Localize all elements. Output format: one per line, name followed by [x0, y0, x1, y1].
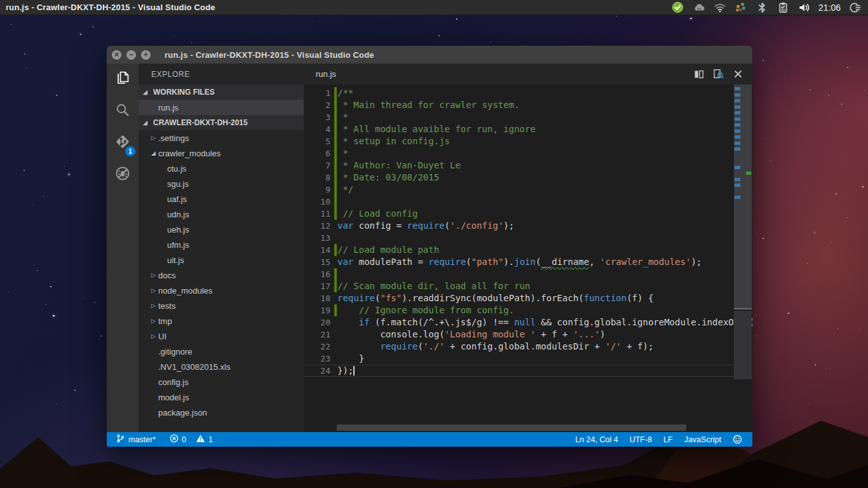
code-line-22[interactable]: 22 require('./' + config.global.modulesD… — [304, 341, 752, 353]
code-text: // Load module path — [337, 244, 439, 256]
code-line-3[interactable]: 3 * — [304, 111, 752, 123]
bluetooth-icon[interactable] — [756, 1, 768, 14]
overview-ruler[interactable] — [734, 85, 752, 381]
volume-icon[interactable] — [797, 1, 810, 14]
code-line-14[interactable]: 14// Load module path — [304, 244, 752, 256]
activity-search[interactable] — [107, 95, 139, 127]
file-label: UI — [158, 332, 166, 341]
line-number: 12 — [304, 220, 330, 232]
twistie-collapsed-icon[interactable]: ▷ — [151, 318, 158, 324]
code-line-10[interactable]: 10 — [304, 196, 752, 208]
status-bar: master* 0 1 Ln 24, Col 4 UTF-8 — [107, 432, 752, 447]
code-line-2[interactable]: 2 * Main thread for crawler system. — [304, 99, 752, 111]
sidebar-item-uaf-js[interactable]: uaf.js — [139, 191, 304, 207]
sidebar-item-udn-js[interactable]: udn.js — [139, 207, 304, 222]
twistie-collapsed-icon[interactable]: ▷ — [151, 135, 158, 141]
code-line-20[interactable]: 20 if (f.match(/^.+\.js$/g) !== null && … — [304, 316, 752, 329]
git-added-gutter-bar — [334, 244, 337, 256]
skype-presence-icon[interactable] — [672, 1, 684, 14]
sidebar-item-ctu-js[interactable]: ctu.js — [139, 161, 304, 176]
twistie-collapsed-icon[interactable]: ▷ — [151, 272, 158, 278]
git-added-gutter-bar — [334, 196, 337, 208]
code-line-19[interactable]: 19 // Ignore module from config. — [304, 304, 752, 316]
twistie-collapsed-icon[interactable]: ▷ — [151, 287, 158, 294]
sidebar-item-uit-js[interactable]: uit.js — [139, 252, 304, 268]
line-number: 18 — [304, 292, 330, 304]
cloud-sync-icon[interactable] — [693, 1, 705, 14]
editor-actions — [693, 69, 752, 79]
problems-status[interactable]: 0 1 — [170, 434, 213, 445]
code-line-1[interactable]: 1/** — [304, 87, 752, 99]
ruler-change-mark — [735, 123, 740, 126]
file-label: docs — [158, 271, 175, 280]
network-places-icon[interactable] — [735, 1, 747, 14]
sidebar-item-nv1-03082015-xls[interactable]: .NV1_03082015.xls — [139, 359, 304, 374]
preview-icon[interactable] — [713, 69, 724, 79]
sidebar-item-config-js[interactable]: config.js — [139, 374, 304, 390]
code-line-17[interactable]: 17// Scan module dir, load all for run — [304, 280, 752, 292]
sidebar-item-tests[interactable]: ▷tests — [139, 298, 304, 313]
code-line-12[interactable]: 12var config = require('./config'); — [304, 220, 752, 232]
twistie-expanded-icon[interactable]: ◢ — [151, 150, 158, 156]
code-line-11[interactable]: 11 // Load config — [304, 208, 752, 220]
sidebar-item-tmp[interactable]: ▷tmp — [139, 313, 304, 329]
twistie-collapsed-icon[interactable]: ▷ — [151, 302, 158, 309]
code-line-16[interactable]: 16 — [304, 268, 752, 280]
language-mode[interactable]: JavaScript — [684, 435, 721, 444]
split-editor-icon[interactable] — [693, 69, 704, 79]
sidebar-item-model-js[interactable]: model.js — [139, 390, 304, 405]
cursor-position[interactable]: Ln 24, Col 4 — [575, 435, 618, 444]
code-line-21[interactable]: 21 console.log('Loading module ' + f + '… — [304, 329, 752, 341]
code-editor[interactable]: 1/**2 * Main thread for crawler system.3… — [304, 85, 752, 432]
activity-explorer[interactable] — [107, 64, 139, 95]
activity-git[interactable]: 1 — [107, 127, 139, 159]
session-power-icon[interactable] — [849, 1, 862, 14]
twistie-collapsed-icon[interactable]: ▷ — [151, 333, 158, 339]
sidebar-item-gitignore[interactable]: .gitignore — [139, 344, 304, 359]
ruler-change-mark — [735, 87, 740, 90]
code-line-23[interactable]: 23 } — [304, 353, 752, 365]
clipboard-updates-icon[interactable] — [776, 1, 789, 14]
code-line-15[interactable]: 15var modulePath = require("path").join(… — [304, 256, 752, 268]
window-maximize-button[interactable]: + — [141, 50, 151, 60]
close-icon[interactable] — [733, 69, 743, 79]
code-line-8[interactable]: 8 * Date: 03/08/2015 — [304, 172, 752, 184]
sidebar-item-package-json[interactable]: package.json — [139, 405, 304, 420]
tab-run-js[interactable]: run.js — [304, 69, 336, 79]
window-minimize-button[interactable]: − — [126, 50, 136, 60]
code-line-9[interactable]: 9 */ — [304, 184, 752, 196]
sidebar-item-docs[interactable]: ▷docs — [139, 268, 304, 283]
window-titlebar[interactable]: × − + run.js - Crawler-DKXT-DH-2015 - Vi… — [107, 46, 752, 64]
sidebar-item-ufm-js[interactable]: ufm.js — [139, 237, 304, 252]
ruler-change-mark — [735, 111, 740, 114]
feedback-smiley-icon[interactable] — [733, 435, 742, 444]
section-working-files[interactable]: ◢ WORKING FILES — [139, 85, 304, 100]
code-line-7[interactable]: 7 * Author: Van-Duyet Le — [304, 159, 752, 172]
sidebar-item-sgu-js[interactable]: sgu.js — [139, 176, 304, 191]
section-project[interactable]: ◢ CRAWLER-DKXT-DH-2015 — [139, 115, 304, 130]
sidebar-item-crawler-modules[interactable]: ◢crawler_modules — [139, 146, 304, 161]
sidebar-item-ueh-js[interactable]: ueh.js — [139, 222, 304, 237]
ruler-change-mark — [735, 184, 740, 187]
horizontal-scrollbar[interactable] — [337, 424, 686, 431]
ruler-change-mark — [735, 178, 740, 181]
sidebar-item-run-js[interactable]: run.js — [139, 100, 304, 115]
sidebar-item-settings[interactable]: ▷.settings — [139, 130, 304, 146]
code-line-13[interactable]: 13 — [304, 232, 752, 244]
window-close-button[interactable]: × — [112, 50, 121, 60]
sidebar-item-ui[interactable]: ▷UI — [139, 329, 304, 344]
code-line-4[interactable]: 4 * All module avaible for run, ignore — [304, 123, 752, 135]
code-line-18[interactable]: 18require("fs").readdirSync(modulePath).… — [304, 292, 752, 304]
clock[interactable]: 21:06 — [818, 3, 841, 13]
activity-debug[interactable] — [107, 159, 139, 191]
code-line-5[interactable]: 5 * setup in config.js — [304, 135, 752, 147]
sidebar-item-node-modules[interactable]: ▷node_modules — [139, 283, 304, 298]
encoding-indicator[interactable]: UTF-8 — [630, 435, 652, 444]
code-line-24[interactable]: 24}); — [304, 365, 752, 377]
code-line-6[interactable]: 6 * — [304, 147, 752, 159]
scrollbar-track[interactable] — [734, 311, 752, 379]
git-branch-status[interactable]: master* — [116, 433, 156, 445]
wifi-icon[interactable] — [714, 1, 726, 14]
ruler-change-mark — [735, 147, 740, 151]
eol-indicator[interactable]: LF — [663, 435, 673, 444]
